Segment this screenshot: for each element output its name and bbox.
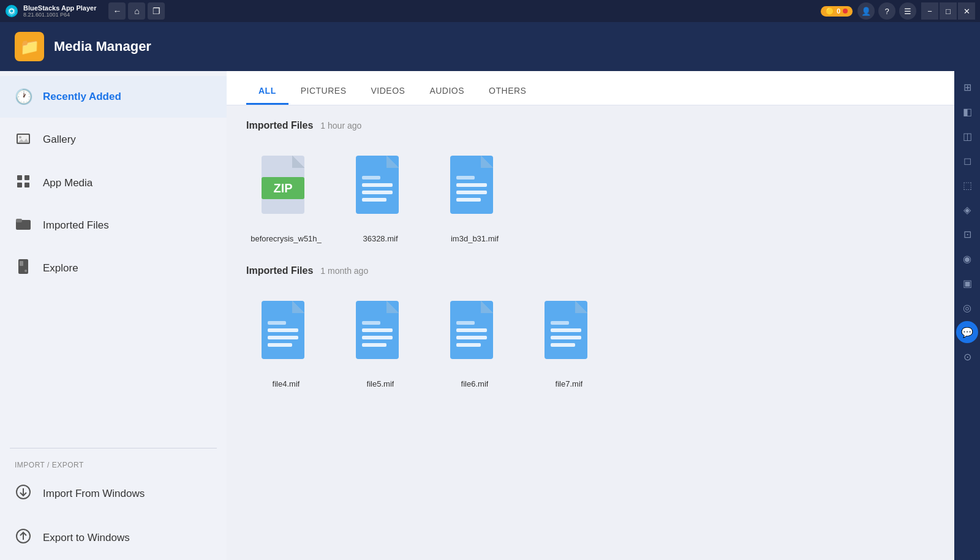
svg-rect-43 bbox=[268, 328, 298, 332]
file-icon-wrap-doc4 bbox=[344, 289, 417, 374]
storage-icon bbox=[15, 259, 32, 278]
close-button[interactable]: ✕ bbox=[958, 2, 975, 20]
window-controls: − □ ✕ bbox=[921, 2, 975, 20]
svg-rect-38 bbox=[456, 198, 481, 202]
nav-back-button[interactable]: ← bbox=[108, 2, 126, 20]
right-icon-2[interactable]: ◧ bbox=[956, 100, 978, 123]
notification-dot bbox=[843, 9, 848, 13]
import-icon bbox=[15, 484, 32, 504]
folder-icon bbox=[15, 217, 32, 234]
user-button[interactable]: 👤 bbox=[858, 2, 875, 20]
file-name-doc2: im3d_b31.mif bbox=[451, 234, 499, 243]
svg-rect-67 bbox=[551, 321, 569, 325]
file-icon-wrap-doc6 bbox=[532, 289, 606, 374]
svg-text:ZIP: ZIP bbox=[273, 181, 292, 195]
nav-home-button[interactable]: ⌂ bbox=[128, 2, 145, 20]
sidebar-item-imported-files[interactable]: Imported Files bbox=[0, 205, 227, 246]
minimize-button[interactable]: − bbox=[921, 2, 938, 20]
svg-rect-53 bbox=[362, 321, 380, 325]
app-header-icon: 📁 bbox=[15, 32, 44, 61]
coins-badge[interactable]: 🟡 0 bbox=[821, 6, 853, 17]
sidebar-label-imported-files: Imported Files bbox=[43, 219, 109, 232]
file-item-doc5[interactable]: file6.mif bbox=[435, 289, 514, 388]
file-name-doc1: 36328.mif bbox=[363, 234, 398, 243]
file-icon-wrap-doc5 bbox=[438, 289, 511, 374]
right-icon-8[interactable]: ◉ bbox=[956, 248, 978, 270]
section-title-month: Imported Files bbox=[246, 265, 313, 276]
nav-copy-button[interactable]: ❐ bbox=[148, 2, 165, 20]
sidebar-divider bbox=[10, 448, 217, 448]
right-icon-9[interactable]: ▣ bbox=[956, 272, 978, 294]
sidebar-item-recently-added[interactable]: 🕐 Recently Added bbox=[0, 76, 227, 118]
file-item-doc3[interactable]: file4.mif bbox=[246, 289, 326, 388]
sidebar-nav: 🕐 Recently Added Gallery bbox=[0, 71, 227, 443]
doc-file-icon-1 bbox=[353, 153, 408, 220]
file-item-doc2[interactable]: im3d_b31.mif bbox=[435, 143, 514, 243]
right-icon-7[interactable]: ⊡ bbox=[956, 223, 978, 245]
sidebar-item-import[interactable]: Import From Windows bbox=[0, 472, 227, 516]
bluestacks-logo bbox=[5, 4, 18, 18]
file-name-doc6: file7.mif bbox=[556, 379, 583, 388]
svg-rect-11 bbox=[24, 183, 29, 187]
svg-rect-8 bbox=[17, 175, 22, 180]
svg-rect-46 bbox=[268, 321, 286, 325]
right-icon-1[interactable]: ⊞ bbox=[956, 76, 978, 98]
right-icon-6[interactable]: ◈ bbox=[956, 199, 978, 221]
clock-icon: 🕐 bbox=[15, 88, 32, 105]
sidebar-label-gallery: Gallery bbox=[43, 134, 76, 146]
files-grid-recent: ZIP beforecrysis_w51h_ bbox=[246, 143, 935, 243]
app-title: Media Manager bbox=[54, 39, 151, 55]
svg-point-3 bbox=[10, 10, 13, 13]
svg-rect-64 bbox=[551, 328, 581, 332]
titlebar-left: BlueStacks App Player 8.21.601.1001 P64 … bbox=[5, 2, 165, 20]
section-time-recent: 1 hour ago bbox=[320, 121, 361, 131]
right-icon-4[interactable]: ◻ bbox=[956, 149, 978, 172]
maximize-button[interactable]: □ bbox=[940, 2, 957, 20]
svg-point-16 bbox=[24, 270, 27, 272]
app-version: 8.21.601.1001 P64 bbox=[23, 12, 96, 18]
main-layout: 🕐 Recently Added Gallery bbox=[0, 71, 980, 560]
sidebar-label-import: Import From Windows bbox=[43, 488, 145, 500]
tab-others[interactable]: OTHERS bbox=[477, 86, 538, 105]
zip-file-icon: ZIP bbox=[258, 153, 314, 220]
import-export-label: Import / Export bbox=[0, 453, 227, 472]
sidebar: 🕐 Recently Added Gallery bbox=[0, 71, 227, 560]
svg-rect-57 bbox=[456, 328, 487, 332]
svg-rect-9 bbox=[24, 175, 29, 180]
tab-pictures[interactable]: PICTURES bbox=[288, 86, 359, 105]
sidebar-item-gallery[interactable]: Gallery bbox=[0, 118, 227, 162]
svg-rect-37 bbox=[456, 191, 487, 194]
svg-rect-32 bbox=[362, 176, 380, 180]
file-item-doc4[interactable]: file5.mif bbox=[341, 289, 420, 388]
coins-count: 0 bbox=[837, 7, 840, 15]
tab-all[interactable]: ALL bbox=[246, 86, 288, 105]
tab-videos[interactable]: VIDEOS bbox=[359, 86, 418, 105]
titlebar-nav: ← ⌂ ❐ bbox=[108, 2, 165, 20]
app-header: 📁 Media Manager bbox=[0, 22, 980, 71]
tab-audios[interactable]: AUDIOS bbox=[417, 86, 477, 105]
svg-rect-50 bbox=[362, 328, 393, 332]
right-icon-11[interactable]: 💬 bbox=[956, 321, 978, 343]
file-item-zip[interactable]: ZIP beforecrysis_w51h_ bbox=[246, 143, 326, 243]
file-item-doc1[interactable]: 36328.mif bbox=[341, 143, 420, 243]
section-title-recent: Imported Files bbox=[246, 120, 313, 131]
sidebar-item-export[interactable]: Export to Windows bbox=[0, 516, 227, 560]
menu-button[interactable]: ☰ bbox=[899, 2, 916, 20]
content-area: Imported Files 1 hour ago bbox=[227, 105, 954, 560]
right-icon-10[interactable]: ◎ bbox=[956, 297, 978, 319]
file-icon-wrap-doc3 bbox=[249, 289, 323, 374]
right-icon-12[interactable]: ⊙ bbox=[956, 346, 978, 368]
sidebar-item-explore[interactable]: Explore bbox=[0, 246, 227, 290]
files-grid-month: file4.mif bbox=[246, 289, 935, 388]
grid-icon bbox=[15, 174, 32, 192]
svg-rect-65 bbox=[551, 336, 581, 339]
doc-file-icon-2 bbox=[447, 153, 502, 220]
svg-rect-66 bbox=[551, 343, 575, 347]
right-icon-5[interactable]: ⬚ bbox=[956, 174, 978, 196]
help-button[interactable]: ? bbox=[878, 2, 895, 20]
file-item-doc6[interactable]: file7.mif bbox=[529, 289, 609, 388]
svg-point-6 bbox=[19, 136, 21, 138]
svg-rect-10 bbox=[17, 183, 22, 187]
right-icon-3[interactable]: ◫ bbox=[956, 125, 978, 147]
sidebar-item-app-media[interactable]: App Media bbox=[0, 162, 227, 205]
